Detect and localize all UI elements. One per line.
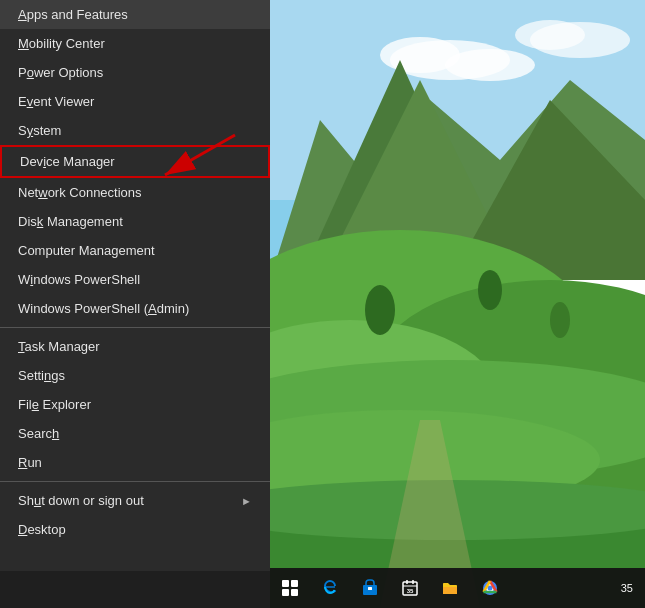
menu-label-powershell-admin: Windows PowerShell (Admin) (18, 301, 189, 316)
taskbar-clock[interactable]: 35 (615, 581, 639, 595)
svg-point-19 (550, 302, 570, 338)
menu-label-computer-management: Computer Management (18, 243, 155, 258)
menu-item-settings[interactable]: Settings (0, 361, 270, 390)
svg-rect-36 (443, 587, 457, 594)
svg-rect-30 (368, 587, 372, 590)
svg-point-18 (478, 270, 502, 310)
menu-item-shut-down[interactable]: Shut down or sign out► (0, 486, 270, 515)
menu-label-device-manager: Device Manager (20, 154, 115, 169)
taskbar-chrome-icon[interactable] (470, 568, 510, 608)
taskbar-explorer-icon[interactable] (430, 568, 470, 608)
menu-label-search: Search (18, 426, 59, 441)
menu-label-system: System (18, 123, 61, 138)
menu-label-network-connections: Network Connections (18, 185, 142, 200)
taskbar-system-tray: 35 (615, 581, 645, 595)
taskbar-edge-icon[interactable] (310, 568, 350, 608)
menu-item-event-viewer[interactable]: Event Viewer (0, 87, 270, 116)
menu-label-mobility-center: Mobility Center (18, 36, 105, 51)
svg-point-6 (515, 20, 585, 50)
svg-point-4 (445, 49, 535, 81)
svg-rect-26 (291, 580, 298, 587)
menu-label-file-explorer: File Explorer (18, 397, 91, 412)
menu-item-search[interactable]: Search (0, 419, 270, 448)
menu-label-run: Run (18, 455, 42, 470)
menu-item-task-manager[interactable]: Task Manager (0, 332, 270, 361)
menu-label-apps-features: Apps and Features (18, 7, 128, 22)
menu-label-powershell: Windows PowerShell (18, 272, 140, 287)
menu-item-system[interactable]: System (0, 116, 270, 145)
taskbar: 35 35 (0, 568, 645, 608)
menu-item-computer-management[interactable]: Computer Management (0, 236, 270, 265)
menu-item-file-explorer[interactable]: File Explorer (0, 390, 270, 419)
menu-item-powershell[interactable]: Windows PowerShell (0, 265, 270, 294)
menu-label-settings: Settings (18, 368, 65, 383)
menu-item-desktop[interactable]: Desktop (0, 515, 270, 544)
menu-separator-run (0, 481, 270, 482)
taskbar-store-icon[interactable] (350, 568, 390, 608)
svg-rect-27 (282, 589, 289, 596)
menu-label-desktop: Desktop (18, 522, 66, 537)
svg-rect-28 (291, 589, 298, 596)
taskbar-calendar-icon[interactable]: 35 (390, 568, 430, 608)
menu-item-network-connections[interactable]: Network Connections (0, 178, 270, 207)
menu-item-power-options[interactable]: Power Options (0, 58, 270, 87)
menu-item-run[interactable]: Run (0, 448, 270, 477)
menu-item-mobility-center[interactable]: Mobility Center (0, 29, 270, 58)
menu-label-event-viewer: Event Viewer (18, 94, 94, 109)
menu-label-power-options: Power Options (18, 65, 103, 80)
svg-rect-25 (282, 580, 289, 587)
menu-item-apps-features[interactable]: Apps and Features (0, 0, 270, 29)
svg-point-17 (365, 285, 395, 335)
svg-text:35: 35 (407, 588, 414, 594)
taskbar-pinned-icons: 35 (270, 568, 615, 608)
menu-label-shut-down: Shut down or sign out (18, 493, 144, 508)
taskbar-task-view[interactable] (270, 568, 310, 608)
menu-label-task-manager: Task Manager (18, 339, 100, 354)
menu-label-disk-management: Disk Management (18, 214, 123, 229)
submenu-arrow-shut-down: ► (241, 495, 252, 507)
menu-item-device-manager[interactable]: Device Manager (0, 145, 270, 178)
menu-separator-powershell-admin (0, 327, 270, 328)
menu-item-disk-management[interactable]: Disk Management (0, 207, 270, 236)
context-menu: Apps and FeaturesMobility CenterPower Op… (0, 0, 270, 571)
menu-item-powershell-admin[interactable]: Windows PowerShell (Admin) (0, 294, 270, 323)
